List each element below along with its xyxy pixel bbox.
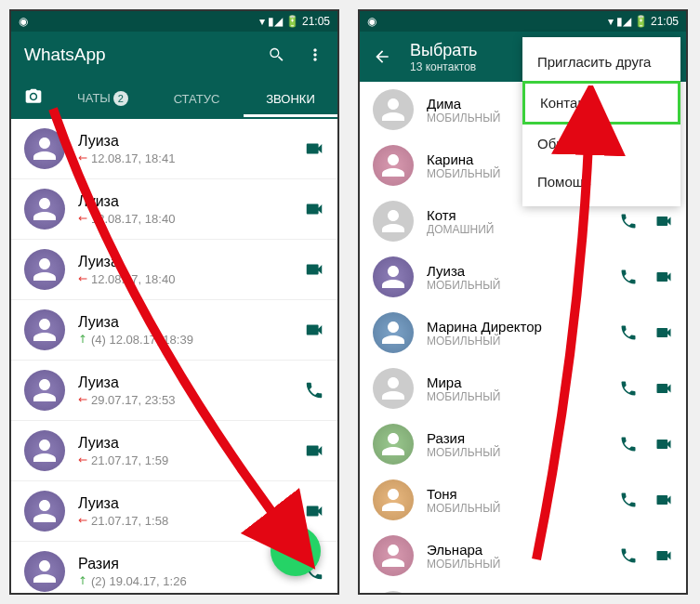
contact-name: Эльнара — [427, 542, 619, 558]
menu-item[interactable]: Помощь — [522, 163, 680, 201]
status-bar: ◉ ▾ ▮◢ 🔋 21:05 — [360, 11, 686, 32]
call-name: Разия — [78, 556, 304, 572]
video-call-icon[interactable] — [654, 379, 673, 398]
video-call-icon[interactable] — [304, 501, 324, 521]
call-meta: ↗ (4) 12.08.17, 18:39 — [78, 333, 304, 347]
tab-status[interactable]: СТАТУС — [150, 81, 244, 117]
voice-call-icon[interactable] — [304, 380, 324, 400]
call-meta: ↙ 21.07.17, 1:59 — [78, 453, 304, 467]
signal-icon: ▮◢ — [616, 15, 631, 28]
outgoing-arrow-icon: ↗ — [75, 573, 91, 589]
video-call-icon[interactable] — [304, 138, 324, 159]
video-call-icon[interactable] — [304, 440, 324, 461]
avatar[interactable] — [373, 368, 414, 409]
video-call-icon[interactable] — [304, 199, 324, 219]
avatar[interactable] — [24, 370, 65, 411]
call-item[interactable]: Луиза↙ 12.08.17, 18:40 — [11, 179, 337, 240]
call-name: Луиза — [78, 435, 304, 452]
contact-item[interactable]: ТоняМОБИЛЬНЫЙ — [360, 472, 686, 528]
call-item[interactable]: Луиза↗ (4) 12.08.17, 18:39 — [11, 300, 337, 361]
voice-call-icon[interactable] — [619, 212, 638, 230]
contact-item[interactable]: Марина ДиректорМОБИЛЬНЫЙ — [360, 305, 686, 361]
voice-call-icon[interactable] — [619, 323, 638, 342]
avatar[interactable] — [373, 256, 414, 297]
call-name: Луиза — [78, 374, 304, 391]
call-name: Луиза — [78, 314, 304, 331]
menu-item[interactable]: Контакты — [522, 81, 680, 125]
call-meta: ↙ 29.07.17, 23:53 — [78, 393, 304, 407]
avatar[interactable] — [373, 479, 414, 520]
contact-sub: МОБИЛЬНЫЙ — [427, 279, 619, 292]
call-list[interactable]: Луиза↙ 12.08.17, 18:41Луиза↙ 12.08.17, 1… — [11, 119, 337, 595]
call-meta: ↙ 12.08.17, 18:41 — [78, 151, 304, 165]
call-meta: ↗ (2) 19.04.17, 1:26 — [78, 574, 304, 588]
avatar[interactable] — [24, 189, 65, 230]
voice-call-icon[interactable] — [619, 268, 638, 286]
contact-sub: ДОМАШНИЙ — [427, 223, 619, 236]
new-call-fab[interactable] — [271, 526, 321, 576]
avatar[interactable] — [24, 551, 65, 592]
contact-item[interactable]: МираМОБИЛЬНЫЙ — [360, 361, 686, 416]
avatar[interactable] — [24, 491, 65, 532]
contact-item[interactable]: РазияМОБИЛЬНЫЙ — [360, 416, 686, 472]
avatar[interactable] — [373, 89, 414, 130]
contact-item[interactable]: ЛуизаМОБИЛЬНЫЙ — [360, 249, 686, 305]
call-item[interactable]: Луиза↙ 29.07.17, 23:53 — [11, 361, 337, 421]
video-call-icon[interactable] — [654, 435, 673, 453]
voice-call-icon[interactable] — [619, 379, 638, 398]
avatar[interactable] — [24, 309, 65, 350]
clock: 21:05 — [302, 15, 330, 28]
whatsapp-status-icon: ◉ — [19, 15, 28, 28]
avatar[interactable] — [373, 201, 414, 242]
call-item[interactable]: Луиза↙ 21.07.17, 1:59 — [11, 421, 337, 481]
contact-sub: МОБИЛЬНЫЙ — [427, 558, 619, 571]
call-item[interactable]: Луиза↙ 12.08.17, 18:41 — [11, 119, 337, 179]
call-meta: ↙ 21.07.17, 1:58 — [78, 514, 304, 528]
video-call-icon[interactable] — [304, 320, 324, 340]
contact-name: Котя — [427, 207, 619, 223]
tab-chats[interactable]: ЧАТЫ2 — [56, 80, 150, 117]
avatar[interactable] — [24, 249, 65, 290]
tab-camera[interactable] — [11, 78, 56, 119]
voice-call-icon[interactable] — [619, 546, 638, 565]
call-name: Луиза — [78, 254, 304, 270]
avatar[interactable] — [373, 535, 414, 576]
avatar[interactable] — [24, 128, 65, 169]
video-call-icon[interactable] — [654, 268, 673, 286]
menu-item[interactable]: Пригласить друга — [522, 43, 680, 81]
search-icon[interactable] — [267, 46, 285, 64]
clock: 21:05 — [651, 15, 679, 28]
avatar[interactable] — [24, 430, 65, 471]
tab-calls[interactable]: ЗВОНКИ — [244, 81, 337, 117]
menu-item[interactable]: Обновить — [522, 125, 680, 163]
video-call-icon[interactable] — [654, 546, 673, 565]
video-call-icon[interactable] — [654, 212, 673, 230]
voice-call-icon[interactable] — [619, 435, 638, 453]
call-item[interactable]: Луиза↙ 12.08.17, 18:40 — [11, 240, 337, 300]
back-icon[interactable] — [373, 47, 391, 66]
avatar[interactable] — [373, 591, 414, 593]
contact-name: Марина Директор — [427, 319, 619, 335]
app-header: WhatsApp ЧАТЫ2 СТАТУС ЗВОНКИ — [11, 32, 337, 119]
missed-arrow-icon: ↙ — [75, 271, 91, 287]
missed-arrow-icon: ↙ — [75, 392, 91, 408]
missed-arrow-icon: ↙ — [75, 151, 91, 166]
contact-item[interactable]: DilaraМОБИЛЬНЫЙ — [360, 584, 686, 593]
video-call-icon[interactable] — [304, 259, 324, 280]
video-call-icon[interactable] — [654, 491, 673, 509]
more-icon[interactable] — [306, 46, 324, 64]
missed-arrow-icon: ↙ — [75, 453, 91, 468]
outgoing-arrow-icon: ↗ — [75, 332, 91, 348]
avatar[interactable] — [373, 312, 414, 353]
overflow-menu: Пригласить другаКонтактыОбновитьПомощь — [522, 37, 680, 206]
app-title: WhatsApp — [24, 45, 267, 65]
voice-call-icon[interactable] — [619, 491, 638, 509]
call-meta: ↙ 12.08.17, 18:40 — [78, 212, 304, 226]
contact-name: Разия — [427, 430, 619, 446]
camera-icon — [24, 87, 43, 106]
call-meta: ↙ 12.08.17, 18:40 — [78, 272, 304, 286]
contact-item[interactable]: ЭльнараМОБИЛЬНЫЙ — [360, 528, 686, 584]
video-call-icon[interactable] — [654, 323, 673, 342]
avatar[interactable] — [373, 145, 414, 186]
avatar[interactable] — [373, 424, 414, 465]
